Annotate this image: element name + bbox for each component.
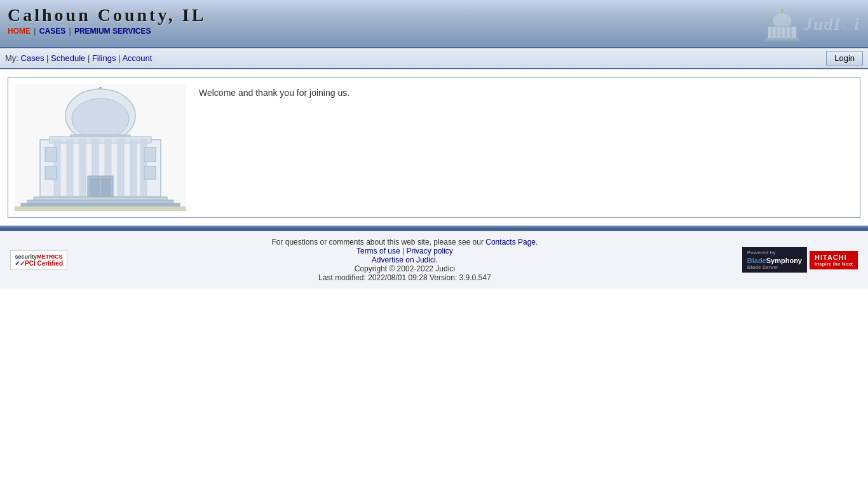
svg-rect-27 (45, 147, 57, 161)
login-button[interactable]: Login (826, 51, 863, 65)
nav-sep-my-2: | (88, 53, 92, 63)
svg-rect-9 (766, 39, 799, 40)
svg-point-0 (773, 13, 792, 29)
footer-period: . (536, 238, 538, 247)
pci-badge: securityMETRICS ✓✓PCI Certified (10, 250, 67, 270)
powered-by-logos: Powered by BladeSymphony Blade Server HI… (742, 247, 858, 273)
svg-rect-32 (90, 178, 100, 197)
site-header: Calhoun County, IL HOME | CASES | PREMIU… (0, 0, 868, 48)
svg-rect-33 (101, 178, 111, 197)
terms-link[interactable]: Terms of use (356, 247, 400, 255)
svg-rect-10 (763, 40, 801, 41)
footer-links-line: Terms of use | Privacy policy (67, 247, 742, 255)
security-metrics-text: securityMETRICS (15, 254, 63, 260)
svg-rect-28 (144, 147, 156, 161)
nav-cases[interactable]: CASES (39, 27, 65, 36)
welcome-message: Welcome and thank you for joining us. (199, 85, 349, 100)
privacy-link[interactable]: Privacy policy (406, 247, 452, 255)
svg-rect-34 (34, 197, 167, 200)
nav-premium-services[interactable]: PREMIUM SERVICES (74, 27, 151, 36)
my-schedule-link[interactable]: Schedule (51, 53, 85, 63)
my-nav-links: My: Cases | Schedule | Filings | Account (5, 53, 152, 63)
footer-lastmod-line: Last modified: 2022/08/01 09:28 Version:… (67, 273, 742, 282)
footer-advertise-line: Advertise on Judici. (67, 255, 742, 264)
questions-text: For questions or comments about this web… (271, 238, 485, 247)
svg-rect-35 (27, 200, 173, 203)
my-label: My: (5, 53, 18, 63)
pci-certified-text: ✓✓PCI Certified (15, 260, 63, 267)
advertise-link[interactable]: Advertise on Judici. (372, 255, 438, 264)
svg-rect-21 (79, 140, 86, 197)
svg-point-15 (72, 98, 129, 139)
svg-rect-5 (776, 27, 778, 39)
svg-rect-29 (45, 166, 57, 179)
site-title: Calhoun County, IL (8, 5, 206, 25)
courthouse-illustration (15, 84, 186, 211)
footer-gradient-bar (0, 226, 868, 231)
svg-point-2 (782, 9, 783, 11)
svg-rect-24 (118, 140, 124, 197)
svg-rect-7 (785, 27, 787, 39)
nav-home[interactable]: HOME (8, 27, 31, 36)
contacts-page-link[interactable]: Contacts Page (485, 238, 536, 247)
my-cases-link[interactable]: Cases (21, 53, 44, 63)
footer-center: For questions or comments about this web… (67, 238, 742, 282)
my-filings-link[interactable]: Filings (92, 53, 116, 63)
footer: securityMETRICS ✓✓PCI Certified For ques… (0, 231, 868, 288)
welcome-text-area: Welcome and thank you for joining us. (199, 84, 349, 102)
nav-sep-1: | (34, 27, 37, 36)
svg-rect-37 (15, 207, 186, 211)
my-account-link[interactable]: Account (122, 53, 152, 63)
footer-questions-line: For questions or comments about this web… (67, 238, 742, 247)
hitachi-logo: HITACHI Inspire the Next (810, 251, 858, 269)
svg-rect-8 (790, 27, 792, 39)
header-left: Calhoun County, IL HOME | CASES | PREMIU… (8, 5, 206, 36)
footer-copyright-line: Copyright © 2002-2022 Judici (67, 264, 742, 273)
welcome-box: Welcome and thank you for joining us. (8, 77, 860, 218)
hitachi-tagline: Inspire the Next (815, 261, 853, 267)
svg-rect-20 (67, 140, 73, 197)
nav-sep-2: | (69, 27, 72, 36)
nav-sep-my-1: | (46, 53, 51, 63)
svg-rect-4 (771, 27, 773, 39)
top-nav: HOME | CASES | PREMIUM SERVICES (8, 27, 206, 36)
svg-rect-36 (21, 203, 180, 207)
blade-symphony-logo: Powered by BladeSymphony Blade Server (742, 247, 807, 273)
judici-logo-text: JudICi (804, 14, 860, 34)
svg-rect-25 (130, 140, 137, 197)
main-content: Welcome and thank you for joining us. (0, 69, 868, 226)
svg-rect-6 (780, 27, 782, 39)
svg-rect-30 (144, 166, 156, 179)
judici-logo: JudICi (763, 5, 860, 43)
judici-courthouse-icon (763, 5, 801, 43)
my-nav-bar: My: Cases | Schedule | Filings | Account… (0, 48, 868, 69)
